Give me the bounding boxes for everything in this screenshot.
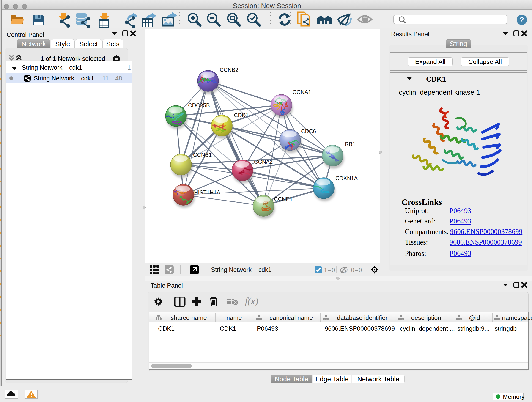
svg-text:f(x): f(x) — [245, 297, 258, 307]
svg-text:CCNB2: CCNB2 — [220, 67, 238, 73]
svg-text:CCNA1: CCNA1 — [293, 89, 311, 95]
svg-text:CCNE1: CCNE1 — [274, 196, 293, 202]
svg-text:RB1: RB1 — [345, 141, 355, 147]
svg-text:CDC25B: CDC25B — [188, 102, 210, 108]
svg-text:HIST1H1A: HIST1H1A — [194, 189, 220, 196]
svg-text:CDK1: CDK1 — [234, 112, 249, 118]
svg-text:CCNB1: CCNB1 — [193, 152, 212, 158]
svg-text:CDKN1A: CDKN1A — [336, 175, 358, 181]
svg-text:CDC6: CDC6 — [301, 128, 316, 134]
svg-text:CCNA2: CCNA2 — [254, 159, 273, 165]
